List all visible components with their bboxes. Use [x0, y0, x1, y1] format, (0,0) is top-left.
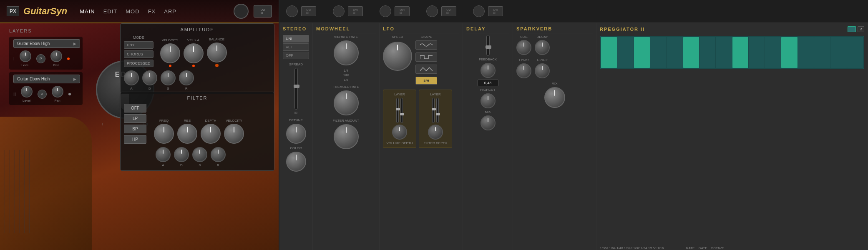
filter-off-btn[interactable]: OFF [124, 104, 146, 112]
arp-loop-btn[interactable]: ↺ [858, 26, 864, 32]
nav-fx[interactable]: FX [148, 8, 156, 15]
filter-a-knob[interactable] [156, 147, 171, 162]
top-uvi-3[interactable]: UVI⊟ [395, 6, 410, 16]
arp-col-3[interactable] [650, 37, 666, 68]
arp-col-7[interactable] [716, 37, 732, 68]
layer2-level-knob[interactable] [21, 86, 33, 98]
tremolo-rate-knob[interactable] [334, 90, 359, 115]
delay-time-slider[interactable] [486, 45, 491, 49]
layer2-selector[interactable]: Guitar Ebow High ▶ [13, 75, 80, 83]
top-uvi-5[interactable]: UVI⊟ [488, 6, 503, 16]
lfo-sh-btn[interactable]: S/H [415, 77, 437, 85]
layers-title: LAYERS [9, 28, 83, 33]
header-uvi-btn[interactable]: UVI⊟ [254, 5, 272, 18]
top-uvi-2[interactable]: UVI⊟ [348, 6, 363, 16]
header-circle-btn[interactable] [234, 4, 249, 19]
lfo-sine-btn[interactable] [415, 40, 437, 50]
layer2-p-btn[interactable]: P [38, 90, 47, 99]
stereo-uni-btn[interactable]: UNI [283, 35, 309, 42]
arp-col-13[interactable] [814, 37, 830, 68]
arp-col-8[interactable] [732, 37, 748, 68]
delay-value: 0,43 [478, 80, 498, 86]
nav-main[interactable]: MAIN [80, 8, 95, 15]
arp-col-5[interactable] [683, 37, 699, 68]
amp-d-knob[interactable] [142, 70, 157, 85]
amp-s-knob[interactable] [161, 70, 176, 85]
lfo-speed-knob[interactable] [383, 42, 412, 71]
sparkverb-mix-knob[interactable] [544, 87, 565, 108]
volume-depth-knob[interactable] [392, 125, 407, 140]
sparkverb-size-knob[interactable] [516, 40, 531, 55]
arp-col-12[interactable] [798, 37, 814, 68]
arp-col-2[interactable] [634, 37, 650, 68]
arp-col-0[interactable] [601, 37, 617, 68]
top-circle-4[interactable] [426, 5, 438, 17]
arp-col-10[interactable] [765, 37, 781, 68]
lfo-triangle-btn[interactable] [415, 65, 437, 74]
arp-col-15[interactable] [847, 37, 863, 68]
stereo-alt-btn[interactable]: ALT [283, 43, 309, 51]
vel-a-knob[interactable] [184, 43, 204, 63]
layer1-p-btn[interactable]: P [36, 54, 45, 63]
arp-grid[interactable] [600, 36, 864, 69]
amp-r-knob[interactable] [179, 70, 194, 85]
velocity-knob[interactable] [160, 43, 180, 63]
filter-res-knob[interactable] [177, 124, 197, 144]
sparkverb-high-f-knob[interactable] [535, 63, 550, 78]
filter-depth-knob[interactable] [201, 124, 221, 144]
delay-feedback-knob[interactable] [481, 63, 496, 78]
amp-a-knob[interactable] [124, 70, 139, 85]
detune-knob[interactable] [286, 124, 306, 144]
layer2-fader[interactable] [432, 108, 436, 110]
layer2-fader2[interactable] [436, 113, 440, 115]
layer1-pan-knob[interactable] [50, 50, 62, 62]
balance-knob[interactable] [207, 42, 227, 62]
filter-velocity-knob[interactable] [224, 124, 244, 144]
nav-arp[interactable]: ARP [164, 8, 176, 15]
delay-highcut-knob[interactable] [481, 93, 496, 108]
filter-s-knob[interactable] [192, 147, 207, 162]
filter-lp-btn[interactable]: LP [124, 114, 146, 123]
mode-processed-btn[interactable]: PROCESSED [124, 60, 153, 67]
top-circle-2[interactable] [333, 5, 345, 17]
filter-hp-btn[interactable]: HP [124, 135, 146, 144]
layer2-pan-knob[interactable] [52, 86, 63, 98]
filter-amount-knob[interactable] [334, 124, 359, 149]
stereo-off-btn[interactable]: OFF [283, 52, 309, 59]
arp-col-4[interactable] [667, 37, 682, 68]
top-circle-1[interactable] [286, 5, 298, 17]
lfo-square-btn[interactable] [415, 52, 437, 62]
filter-freq-knob[interactable] [154, 124, 174, 144]
amp-adsr-row: A D S R [124, 70, 271, 90]
delay-mix-knob[interactable] [481, 115, 496, 130]
filter-depth-knob[interactable] [428, 125, 443, 140]
nav-edit[interactable]: EDIT [103, 8, 118, 15]
mode-chorus-btn[interactable]: CHORUS [124, 50, 153, 58]
top-circle-3[interactable] [380, 5, 391, 17]
mode-dry-btn[interactable]: DRY [124, 41, 153, 49]
spread-thumb[interactable] [294, 85, 299, 88]
vibrato-rate-knob[interactable] [334, 40, 359, 65]
nav-mod[interactable]: MOD [126, 8, 139, 15]
arp-col-11[interactable] [781, 37, 797, 68]
arp-col-1[interactable] [617, 37, 633, 68]
arp-col-6[interactable] [699, 37, 715, 68]
arp-display-btn[interactable] [848, 26, 856, 32]
spread-slider[interactable]: SPREAD 80 [283, 62, 309, 114]
top-circle-5[interactable] [473, 5, 485, 17]
top-uvi-1[interactable]: UVI⊟ [301, 6, 316, 16]
filter-bp-btn[interactable]: BP [124, 125, 146, 133]
stereo-switches: UNI ALT OFF [283, 35, 309, 59]
layer1-level-knob[interactable] [20, 50, 31, 62]
layer1-fader[interactable] [396, 108, 400, 110]
top-uvi-4[interactable]: UVI⊟ [441, 6, 456, 16]
sparkverb-decay-knob[interactable] [535, 40, 550, 55]
color-knob[interactable] [286, 152, 306, 172]
layer1-fader2[interactable] [400, 113, 404, 115]
filter-d-knob[interactable] [174, 147, 189, 162]
arp-col-9[interactable] [749, 37, 765, 68]
arp-col-14[interactable] [830, 37, 846, 68]
layer1-selector[interactable]: Guitar Ebow High ▶ [13, 39, 80, 48]
filter-r-knob[interactable] [211, 147, 226, 162]
sparkverb-low-f-knob[interactable] [516, 63, 531, 78]
